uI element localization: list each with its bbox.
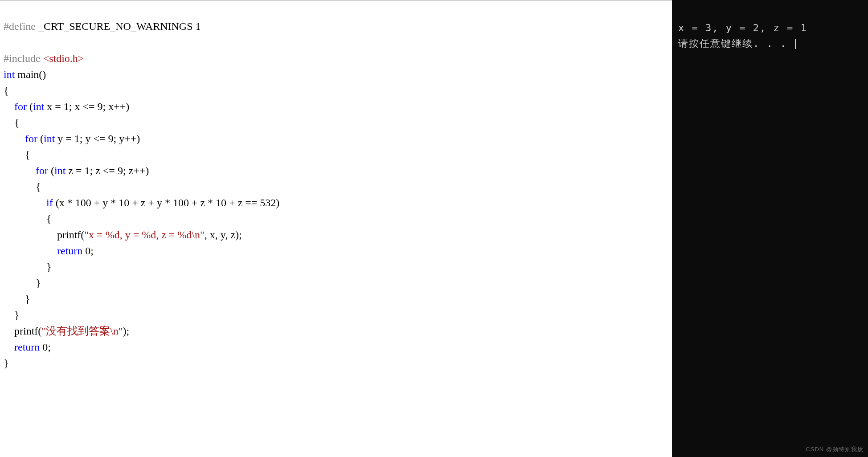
console-line-result: x = 3, y = 2, z = 1 (678, 22, 807, 33)
preprocessor-define: #define (4, 20, 36, 32)
printf-call: printf( (4, 325, 41, 337)
brace-open: { (4, 117, 20, 128)
printf-end: ); (123, 325, 130, 337)
return-value: 0; (40, 341, 51, 353)
return-value: 0; (82, 245, 94, 257)
for-z-expr: z = 1; z <= 9; z++) (66, 165, 149, 176)
keyword-return: return (14, 341, 40, 353)
keyword-for: for (4, 165, 48, 176)
printf-call: printf( (4, 229, 84, 241)
for-x-expr: x = 1; x <= 9; x++) (44, 101, 129, 112)
brace-close: } (4, 277, 41, 289)
brace-close: } (4, 357, 9, 369)
for-y-expr: y = 1; y <= 9; y++) (55, 133, 140, 144)
paren: ( (37, 133, 44, 144)
paren: ( (48, 165, 54, 176)
brace-open: { (4, 85, 9, 96)
paren: ( (27, 101, 33, 112)
console-line-prompt: 请按任意键继续. . . (678, 38, 794, 49)
cursor-icon (795, 39, 796, 49)
keyword-if: if (4, 197, 53, 208)
main-signature: main() (15, 69, 46, 80)
indent (4, 341, 14, 353)
console-output[interactable]: x = 3, y = 2, z = 1 请按任意键继续. . . CSDN @颇… (672, 0, 868, 457)
brace-close: } (4, 293, 30, 305)
keyword-int: int (33, 101, 44, 112)
brace-close: } (4, 309, 20, 321)
brace-open: { (4, 181, 41, 192)
keyword-return: return (57, 245, 82, 257)
include-header: <stdio.h> (41, 53, 84, 64)
format-string: "没有找到答案\n" (41, 325, 123, 337)
brace-open: { (4, 213, 52, 224)
printf-args: , x, y, z); (205, 229, 242, 241)
brace-open: { (4, 149, 30, 160)
keyword-int: int (4, 69, 15, 80)
if-condition: (x * 100 + y * 10 + z + y * 100 + z * 10… (53, 197, 280, 208)
preprocessor-include: #include (4, 53, 41, 64)
code-editor[interactable]: #define _CRT_SECURE_NO_WARNINGS 1 #inclu… (0, 0, 672, 457)
keyword-int: int (44, 133, 55, 144)
brace-close: } (4, 261, 52, 273)
watermark-text: CSDN @颇特别我废 (806, 445, 864, 454)
format-string: "x = %d, y = %d, z = %d\n" (84, 229, 205, 241)
indent (4, 245, 57, 257)
keyword-for: for (4, 133, 37, 144)
define-value: _CRT_SECURE_NO_WARNINGS 1 (36, 20, 201, 32)
keyword-int: int (54, 165, 66, 176)
keyword-for: for (4, 101, 27, 112)
